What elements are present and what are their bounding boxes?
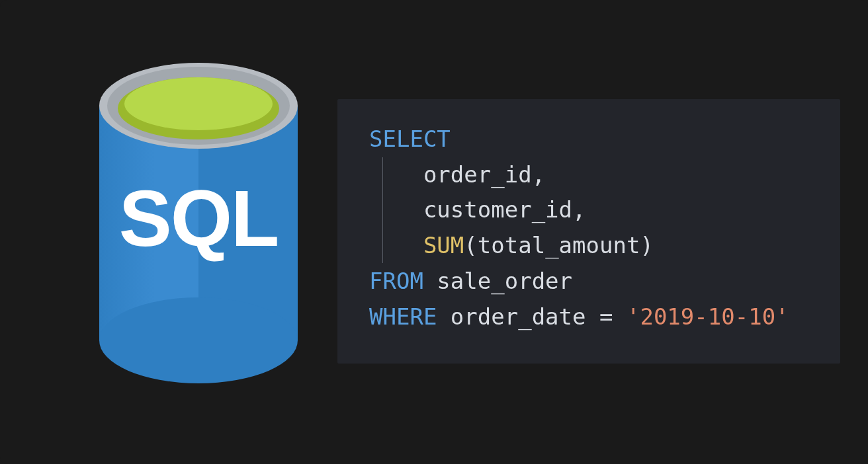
sum-arg: total_amount (478, 232, 640, 258)
code-panel: SELECT order_id, customer_id, SUM(total_… (337, 99, 840, 364)
database-icon: SQL (99, 63, 298, 360)
database-liquid (124, 77, 273, 130)
line-customer-id: customer_id, (369, 196, 586, 223)
function-sum: SUM (423, 232, 464, 258)
line-order-id: order_id, (369, 161, 545, 188)
sql-code-block: SELECT order_id, customer_id, SUM(total_… (369, 122, 828, 334)
where-expression: order_date = (437, 303, 627, 330)
keyword-where: WHERE (369, 303, 437, 330)
indent-guide (382, 157, 383, 263)
indent (369, 232, 423, 258)
paren-open: ( (464, 232, 477, 258)
stage: SQL SELECT order_id, customer_id, SUM(to… (0, 0, 868, 464)
keyword-select: SELECT (369, 126, 451, 152)
keyword-from: FROM (369, 268, 423, 294)
string-literal-date: '2019-10-10' (627, 303, 789, 330)
from-table: sale_order (423, 268, 572, 294)
database-bottom-cap (99, 297, 298, 383)
paren-close: ) (640, 232, 653, 258)
database-label: SQL (99, 178, 298, 258)
